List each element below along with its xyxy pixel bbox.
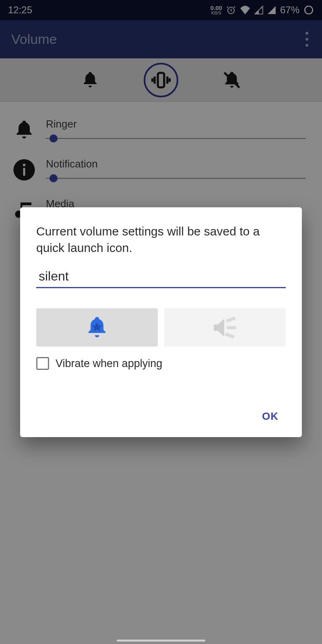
icon-select-row [36, 308, 286, 347]
icon-option-speaker[interactable] [164, 308, 286, 347]
svg-rect-8 [227, 326, 236, 329]
nav-handle[interactable] [117, 640, 205, 642]
dialog-message: Current volume settings will be saved to… [36, 223, 286, 256]
vibrate-checkbox-label: Vibrate when applying [56, 357, 162, 370]
vibrate-checkbox-row[interactable]: Vibrate when applying [36, 357, 286, 370]
speaker-muted-icon [211, 316, 239, 339]
dialog-actions: OK [36, 406, 286, 427]
svg-rect-10 [225, 332, 235, 339]
preset-name-input[interactable] [36, 267, 286, 288]
checkbox-icon [36, 357, 49, 370]
icon-option-bell[interactable] [36, 308, 158, 347]
svg-rect-9 [226, 316, 236, 322]
save-preset-dialog: Current volume settings will be saved to… [20, 207, 302, 437]
bell-star-icon [84, 315, 110, 341]
ok-button[interactable]: OK [255, 406, 286, 427]
